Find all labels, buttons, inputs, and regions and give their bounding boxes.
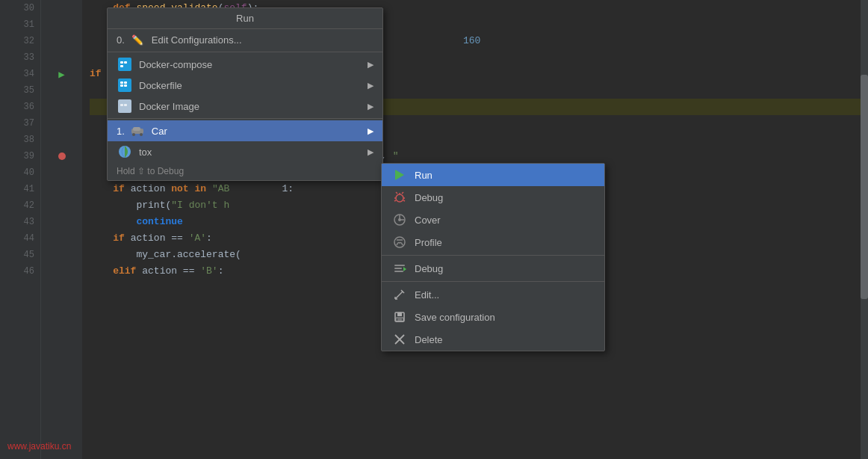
submenu-separator-2 — [382, 281, 604, 282]
line-numbers: 30 31 32 33 34 35 36 37 38 39 40 41 42 4… — [0, 0, 41, 459]
gutter-32 — [41, 33, 82, 49]
line-num-34: 34 — [0, 66, 34, 82]
gutter-36 — [41, 99, 82, 115]
svg-rect-1 — [120, 61, 123, 64]
menu-item-car[interactable]: 1. Car ▶ — [108, 120, 382, 141]
run-menu: Run 0. ✏️ Edit Configurations... Docker-… — [107, 7, 383, 181]
line-num-45: 45 — [0, 247, 34, 263]
menu-item-dockerfile[interactable]: Dockerfile ▶ — [108, 75, 382, 96]
vertical-scrollbar[interactable] — [861, 0, 868, 459]
line-num-37: 37 — [0, 115, 34, 132]
line-num-35: 35 — [0, 82, 34, 99]
tox-label: tox — [139, 147, 368, 158]
line-num-41: 41 — [0, 181, 34, 197]
submenu-item-profile[interactable]: Profile — [382, 231, 604, 253]
submenu-delete-label: Delete — [415, 334, 443, 345]
run-arrow-icon: ▶ — [58, 68, 64, 81]
submenu-separator-1 — [382, 255, 604, 256]
svg-point-27 — [394, 237, 405, 247]
gutter-30 — [41, 0, 82, 16]
svg-rect-5 — [120, 81, 123, 84]
svg-rect-11 — [124, 104, 127, 106]
gutter-42 — [41, 197, 82, 214]
svg-point-26 — [398, 218, 401, 221]
edit-config-number: 0. — [117, 34, 125, 46]
submenu-item-delete[interactable]: Delete — [382, 328, 604, 351]
svg-point-15 — [140, 133, 143, 136]
gutter-44 — [41, 230, 82, 247]
gutter-45 — [41, 247, 82, 263]
gutter-31 — [41, 16, 82, 33]
gutter-43 — [41, 214, 82, 230]
svg-rect-8 — [124, 84, 127, 87]
submenu-cover-label: Cover — [415, 215, 441, 226]
menu-item-hold-debug: Hold ⇧ to Debug — [108, 162, 382, 180]
submenu-debug2-label: Debug — [415, 263, 443, 274]
docker-image-arrow: ▶ — [368, 102, 373, 111]
hold-debug-label: Hold ⇧ to Debug — [117, 166, 184, 176]
debug-list-icon — [392, 261, 407, 276]
profile-icon — [392, 235, 407, 250]
pencil-icon: ✏️ — [129, 31, 146, 48]
submenu-save-label: Save configuration — [415, 312, 495, 323]
gutter-34: ▶ — [41, 66, 82, 82]
save-icon — [392, 309, 407, 324]
line-num-40: 40 — [0, 164, 34, 181]
line-num-32: 32 — [0, 33, 34, 49]
svg-point-14 — [132, 133, 135, 136]
svg-rect-13 — [133, 127, 140, 131]
menu-item-docker-image[interactable]: Docker Image ▶ — [108, 96, 382, 117]
green-triangle-icon — [392, 167, 407, 182]
line-num-42: 42 — [0, 197, 34, 214]
svg-rect-6 — [124, 81, 127, 84]
menu-item-tox[interactable]: tox ▶ — [108, 141, 382, 162]
gutter-38 — [41, 132, 82, 148]
svg-rect-38 — [397, 312, 402, 316]
menu-item-docker-compose[interactable]: Docker-compose ▶ — [108, 54, 382, 75]
line-num-30: 30 — [0, 0, 34, 16]
submenu-profile-label: Profile — [415, 237, 442, 248]
scrollbar-thumb[interactable] — [861, 75, 868, 299]
line-num-46: 46 — [0, 263, 34, 280]
submenu-item-debug2[interactable]: Debug — [382, 257, 604, 280]
gutter-35 — [41, 82, 82, 99]
line-num-36: 36 — [0, 99, 34, 115]
docker-image-icon — [117, 98, 133, 114]
bug-icon — [392, 190, 407, 205]
gutter-41 — [41, 181, 82, 197]
svg-rect-7 — [120, 84, 123, 87]
svg-rect-31 — [394, 271, 403, 272]
cover-icon — [392, 212, 407, 227]
svg-rect-0 — [118, 58, 131, 71]
delete-icon — [392, 332, 407, 347]
dockerfile-icon — [117, 77, 133, 93]
svg-rect-3 — [120, 65, 123, 67]
svg-line-24 — [403, 200, 405, 201]
menu-item-edit-config[interactable]: 0. ✏️ Edit Configurations... — [108, 29, 382, 50]
submenu-item-debug[interactable]: Debug — [382, 186, 604, 209]
svg-marker-32 — [403, 267, 406, 271]
docker-image-label: Docker Image — [139, 101, 368, 112]
submenu-item-save[interactable]: Save configuration — [382, 306, 604, 328]
svg-rect-30 — [394, 268, 402, 269]
gutter-46 — [41, 263, 82, 280]
submenu-item-cover[interactable]: Cover — [382, 209, 604, 231]
svg-rect-10 — [120, 104, 123, 106]
submenu-item-edit[interactable]: Edit... — [382, 283, 604, 306]
svg-rect-29 — [394, 265, 405, 266]
docker-compose-label: Docker-compose — [139, 59, 368, 70]
svg-point-17 — [396, 194, 403, 202]
gutter: ▶ — [41, 0, 82, 459]
line-num-33: 33 — [0, 49, 34, 66]
docker-compose-icon — [117, 56, 133, 73]
dockerfile-arrow: ▶ — [368, 81, 373, 90]
submenu-item-run[interactable]: Run — [382, 164, 604, 186]
run-menu-title: Run — [108, 8, 382, 29]
svg-line-33 — [395, 292, 403, 299]
svg-line-18 — [396, 192, 397, 194]
gutter-39 — [41, 148, 82, 164]
edit-config-label: Edit Configurations... — [152, 34, 373, 46]
svg-rect-2 — [124, 61, 127, 64]
line-num-43: 43 — [0, 214, 34, 230]
car-arrow: ▶ — [368, 126, 373, 136]
